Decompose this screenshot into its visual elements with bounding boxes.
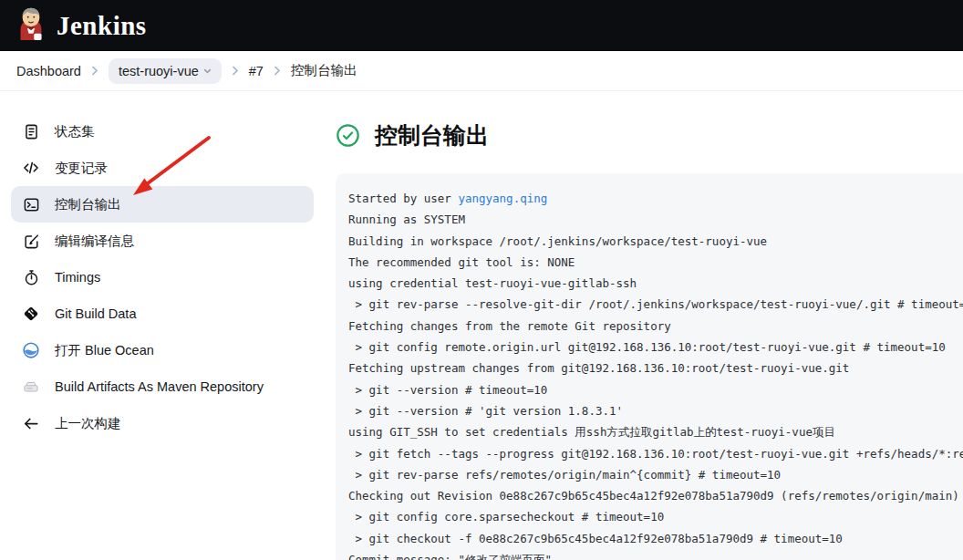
git-icon (22, 305, 40, 323)
console-line: > git rev-parse --resolve-git-dir /root/… (348, 294, 963, 315)
blue-ocean-icon (22, 341, 40, 359)
console-line: Running as SYSTEM (348, 209, 963, 230)
sidebar-item-label: Build Artifacts As Maven Repository (55, 379, 264, 394)
chevron-right-icon (91, 65, 98, 77)
top-header: Jenkins (0, 0, 963, 51)
console-line: Building in workspace /root/.jenkins/wor… (348, 231, 963, 252)
sidebar-item-label: 编辑编译信息 (55, 233, 134, 250)
disk-icon (22, 378, 40, 396)
user-link[interactable]: yangyang.qing (458, 192, 547, 205)
document-icon (22, 122, 40, 140)
sidebar-item-label: 状态集 (55, 123, 95, 140)
breadcrumb-item-build-7[interactable]: #7 (249, 64, 264, 78)
breadcrumb-item-job-test-ruoyi-vue[interactable]: test-ruoyi-vue (109, 58, 222, 84)
edit-icon (22, 232, 40, 250)
page-title: 控制台输出 (375, 120, 489, 150)
sidebar-item-git-build-data[interactable]: Git Build Data (11, 296, 314, 332)
sidebar-item-open-blue-ocean[interactable]: 打开 Blue Ocean (11, 332, 314, 368)
console-line: Checking out Revision 0e88c267c9b65c45be… (348, 485, 963, 506)
console-line: using credential test-ruoyi-vue-gitlab-s… (348, 273, 963, 294)
success-check-icon (336, 123, 360, 148)
breadcrumb-label: test-ruoyi-vue (119, 64, 199, 78)
chevron-right-icon (232, 65, 239, 77)
app-title: Jenkins (57, 11, 147, 41)
sidebar-item-changes[interactable]: 变更记录 (11, 150, 314, 186)
console-line: The recommended git tool is: NONE (348, 252, 963, 273)
sidebar-item-previous-build[interactable]: 上一次构建 (11, 405, 314, 441)
console-line: Started by user yangyang.qing (348, 188, 963, 209)
breadcrumb-label: 控制台输出 (291, 62, 357, 79)
sidebar-item-label: Git Build Data (55, 306, 136, 321)
sidebar-item-label: Timings (55, 270, 100, 285)
jenkins-build-console-page: Jenkins Dashboardtest-ruoyi-vue#7控制台输出 状… (0, 0, 963, 560)
main-content: 控制台输出 Started by user yangyang.qingRunni… (325, 91, 963, 560)
stopwatch-icon (22, 268, 40, 286)
console-line: Fetching upstream changes from git@192.1… (348, 358, 963, 379)
jenkins-logo[interactable]: Jenkins (15, 5, 147, 46)
sidebar-item-edit-build-info[interactable]: 编辑编译信息 (11, 223, 314, 259)
console-line: > git checkout -f 0e88c267c9b65c45bec4a1… (348, 528, 963, 549)
content-area: 状态集变更记录控制台输出编辑编译信息TimingsGit Build Data打… (0, 91, 963, 560)
sidebar-item-label: 变更记录 (55, 160, 108, 177)
code-icon (22, 159, 40, 177)
breadcrumb: Dashboardtest-ruoyi-vue#7控制台输出 (0, 51, 963, 91)
console-line: > git rev-parse refs/remotes/origin/main… (348, 464, 963, 485)
console-line: > git --version # 'git version 1.8.3.1' (348, 400, 963, 421)
console-line: > git fetch --tags --progress git@192.16… (348, 443, 963, 464)
console-line: Fetching changes from the remote Git rep… (348, 316, 963, 337)
chevron-down-icon (202, 65, 213, 77)
console-line: > git config remote.origin.url git@192.1… (348, 337, 963, 358)
breadcrumb-item-console-output[interactable]: 控制台输出 (291, 62, 357, 79)
console-line: using GIT_SSH to set credentials 用ssh方式拉… (348, 421, 963, 442)
sidebar-item-label: 打开 Blue Ocean (55, 342, 154, 359)
console-output: Started by user yangyang.qingRunning as … (336, 173, 963, 560)
page-heading: 控制台输出 (336, 120, 963, 150)
sidebar-item-label: 上一次构建 (55, 415, 121, 432)
breadcrumb-label: #7 (249, 64, 264, 78)
breadcrumb-label: Dashboard (16, 64, 81, 78)
console-line: Commit message: "修改了前端页面" (348, 549, 963, 560)
sidebar-item-console-output[interactable]: 控制台输出 (11, 186, 314, 223)
arrow-left-icon (22, 414, 40, 432)
sidebar-item-timings[interactable]: Timings (11, 259, 314, 296)
console-line: > git config core.sparsecheckout # timeo… (348, 506, 963, 527)
console-line: > git --version # timeout=10 (348, 379, 963, 400)
sidebar: 状态集变更记录控制台输出编辑编译信息TimingsGit Build Data打… (0, 91, 325, 560)
sidebar-item-status[interactable]: 状态集 (11, 113, 314, 150)
sidebar-item-maven-artifacts[interactable]: Build Artifacts As Maven Repository (11, 368, 314, 405)
chevron-right-icon (274, 65, 281, 77)
terminal-icon (22, 195, 40, 213)
breadcrumb-item-dashboard[interactable]: Dashboard (16, 64, 81, 78)
jenkins-butler-icon (15, 5, 47, 46)
sidebar-item-label: 控制台输出 (55, 196, 121, 213)
